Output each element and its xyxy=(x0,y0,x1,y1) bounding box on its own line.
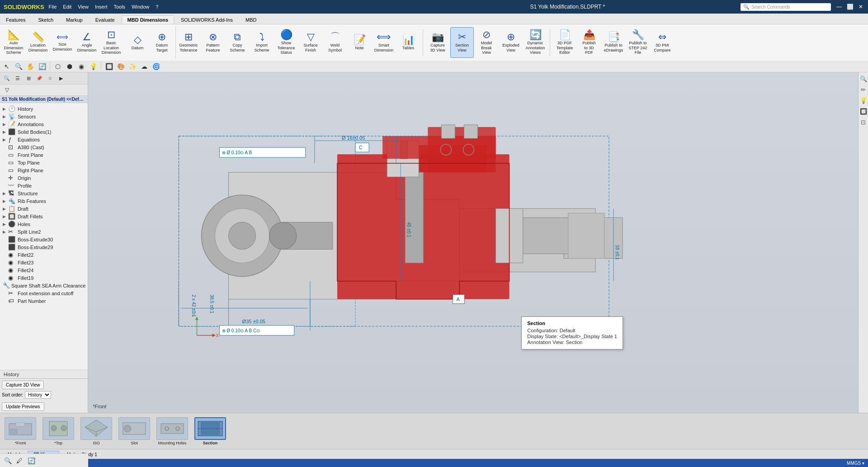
3d-pmi-compare-button[interactable]: ⇔ 3D PMICompare xyxy=(651,27,674,58)
minimize-button[interactable]: — xyxy=(835,3,843,10)
tree-item-holes[interactable]: ▶ ⚫ Holes xyxy=(1,220,87,228)
viewport[interactable]: Ø 16±0.05 ⊕ Ø 0.10⊙ A B C 45 ±0.1 18 ±0.… xyxy=(88,72,858,413)
close-button[interactable]: ✕ xyxy=(857,3,864,10)
copy-scheme-button[interactable]: ⧉ CopyScheme xyxy=(226,27,249,58)
publish-to-3d-pdf-button[interactable]: 📤 Publishto 3DPDF xyxy=(577,27,601,58)
thumb-top[interactable]: *Top xyxy=(42,416,75,446)
weld-symbol-button[interactable]: ⌒ WeldSymbol xyxy=(323,27,347,58)
tool-rotate[interactable]: 🔄 xyxy=(37,61,47,71)
right-icon-search[interactable]: 🔍 xyxy=(859,74,868,83)
import-scheme-button[interactable]: ⤵ ImportScheme xyxy=(250,27,274,58)
tree-item-profile[interactable]: 〰 Profile xyxy=(1,182,87,189)
menu-window[interactable]: Window xyxy=(132,4,149,9)
size-dimension-button[interactable]: ⟺ SizeDimension xyxy=(51,27,74,58)
tree-item-fillet19[interactable]: ◉ Fillet19 xyxy=(1,274,87,282)
tree-item-draft-fillets[interactable]: ▶ 🔲 Draft Fillets xyxy=(1,212,87,220)
tree-item-rib-features[interactable]: ▶ 🔩 Rib Features xyxy=(1,197,87,205)
tool-zoom[interactable]: 🔍 xyxy=(14,61,24,71)
tree-item-top-plane[interactable]: ▭ Top Plane xyxy=(1,159,87,166)
tree-item-fillet23[interactable]: ◉ Fillet23 xyxy=(1,259,87,266)
panel-pin-icon[interactable]: 📌 xyxy=(34,73,44,83)
tree-item-fillet24[interactable]: ◉ Fillet24 xyxy=(1,266,87,274)
panel-grid-icon[interactable]: ⊞ xyxy=(24,73,33,83)
update-previews-button[interactable]: Update Previews xyxy=(2,402,44,411)
dynamic-annotation-button[interactable]: 🔄 DynamicAnnotationViews xyxy=(524,27,547,58)
right-icon-circle[interactable]: ⊡ xyxy=(859,118,868,127)
surface-finish-button[interactable]: ▽ SurfaceFinish xyxy=(299,27,322,58)
tool-realview[interactable]: ✨ xyxy=(127,61,137,71)
auto-dimension-scheme-button[interactable]: 📐 AutoDimensionScheme xyxy=(2,27,25,58)
tree-item-front-plane[interactable]: ▭ Front Plane xyxy=(1,151,87,159)
thumb-front[interactable]: *Front xyxy=(4,416,37,446)
menu-file[interactable]: File xyxy=(49,4,57,9)
maximize-button[interactable]: ⬜ xyxy=(846,3,854,10)
pattern-feature-button[interactable]: ⊗ PatternFeature xyxy=(201,27,225,58)
tool-shade[interactable]: ⬢ xyxy=(65,61,75,71)
menu-edit[interactable]: Edit xyxy=(63,4,71,9)
right-icon-box[interactable]: 🔲 xyxy=(859,107,868,116)
3d-pdf-template-button[interactable]: 📄 3D PDFTemplateEditor xyxy=(553,27,576,58)
thumb-slot[interactable]: Slot xyxy=(118,416,151,446)
thumb-mounting-holes[interactable]: Mounting Holes xyxy=(156,416,189,446)
tree-item-boss-extrude30[interactable]: ⬛ Boss-Extrude30 xyxy=(1,236,87,243)
tab-evaluate[interactable]: Evaluate xyxy=(90,15,121,24)
tree-item-draft[interactable]: ▶ 📋 Draft xyxy=(1,205,87,212)
tool-section[interactable]: ◉ xyxy=(76,61,86,71)
tree-item-solid-bodies[interactable]: ▶ ⬛ Solid Bodies(1) xyxy=(1,128,87,136)
tree-item-split-line2[interactable]: ▶ ✂ Split Line2 xyxy=(1,228,87,236)
tool-display-state[interactable]: 🔲 xyxy=(104,61,114,71)
menu-view[interactable]: View xyxy=(78,4,89,9)
tool-lights[interactable]: 💡 xyxy=(88,61,98,71)
panel-filter-icon[interactable]: 🔍 xyxy=(2,73,12,83)
tab-features[interactable]: Features xyxy=(0,15,31,24)
tool-pan[interactable]: ✋ xyxy=(25,61,35,71)
menu-insert[interactable]: Insert xyxy=(95,4,108,9)
datum-button[interactable]: ◇ Datum xyxy=(126,27,149,58)
note-button[interactable]: 📝 Note xyxy=(348,27,371,58)
tables-button[interactable]: 📊 Tables xyxy=(396,27,420,58)
tree-item-origin[interactable]: ✛ Origin xyxy=(1,174,87,182)
tree-item-sensors[interactable]: ▶ 📡 Sensors xyxy=(1,113,87,120)
tool-appearance[interactable]: 🎨 xyxy=(116,61,126,71)
angle-dimension-button[interactable]: ∠ AngleDimension xyxy=(75,27,99,58)
thumb-iso[interactable]: ISO xyxy=(80,416,113,446)
tab-sketch[interactable]: Sketch xyxy=(32,15,59,24)
section-view-button[interactable]: ✂ SectionView xyxy=(450,27,474,58)
show-tolerance-status-button[interactable]: 🔵 ShowToleranceStatus xyxy=(274,27,298,58)
tree-item-boss-extrude29[interactable]: ⬛ Boss-Extrude29 xyxy=(1,243,87,251)
tree-item-annotations[interactable]: ▶ 📝 Annotations xyxy=(1,120,87,128)
tab-solidworks-addins[interactable]: SOLIDWORKS Add-Ins xyxy=(175,15,239,24)
tree-item-structure[interactable]: ▶ 🏗 Structure xyxy=(1,189,87,197)
tool-ambient[interactable]: 🌀 xyxy=(151,61,161,71)
panel-list-icon[interactable]: ☰ xyxy=(13,73,23,83)
right-icon-light[interactable]: 💡 xyxy=(859,96,868,105)
capture-3d-view-button[interactable]: 📷 Capture3D View xyxy=(426,27,449,58)
search-box[interactable]: 🔍 Search Commands xyxy=(741,3,831,11)
tab-mbd-dimensions[interactable]: MBD Dimensions xyxy=(122,15,174,24)
tree-item-foot-ext[interactable]: ✂ Foot extension and cutoff xyxy=(1,289,87,297)
tab-markup[interactable]: Markup xyxy=(60,15,89,24)
tree-item-history[interactable]: ▶ 🕐 History xyxy=(1,105,87,113)
exploded-view-button[interactable]: ⊕ ExplodedView xyxy=(499,27,523,58)
tool-shadow[interactable]: ☁ xyxy=(139,61,149,71)
publish-edrawings-button[interactable]: 📑 Publish toeDrawings xyxy=(602,27,625,58)
tool-wire[interactable]: ⬡ xyxy=(53,61,63,71)
tree-item-fillet22[interactable]: ◉ Fillet22 xyxy=(1,251,87,259)
geometric-tolerance-button[interactable]: ⊞ GeometricTolerance xyxy=(177,27,200,58)
basic-location-dimension-button[interactable]: ⊡ Basic LocationDimension xyxy=(99,27,123,58)
right-icon-edit[interactable]: ✏ xyxy=(859,85,868,94)
tree-item-a380[interactable]: ⊡ A380 (Cast) xyxy=(1,143,87,151)
sort-select[interactable]: History xyxy=(25,391,51,399)
panel-star-icon[interactable]: ☆ xyxy=(45,73,55,83)
tool-select[interactable]: ↖ xyxy=(2,61,12,71)
tab-mbd[interactable]: MBD xyxy=(240,15,262,24)
capture-3d-view-panel-button[interactable]: Capture 3D View xyxy=(2,381,44,389)
model-break-view-button[interactable]: ⊘ ModelBreakView xyxy=(475,27,498,58)
tree-item-right-plane[interactable]: ▭ Right Plane xyxy=(1,166,87,174)
menu-help[interactable]: ? xyxy=(156,4,158,9)
datum-target-button[interactable]: ⊕ DatumTarget xyxy=(150,27,174,58)
tree-item-part-number[interactable]: 🏷 Part Number xyxy=(1,297,87,305)
panel-expand-icon[interactable]: ▶ xyxy=(56,73,66,83)
tree-item-square-shaft[interactable]: 🔧 Square Shaft SEA Arm Clearance xyxy=(1,282,87,289)
location-dimension-button[interactable]: 📏 LocationDimension xyxy=(26,27,50,58)
